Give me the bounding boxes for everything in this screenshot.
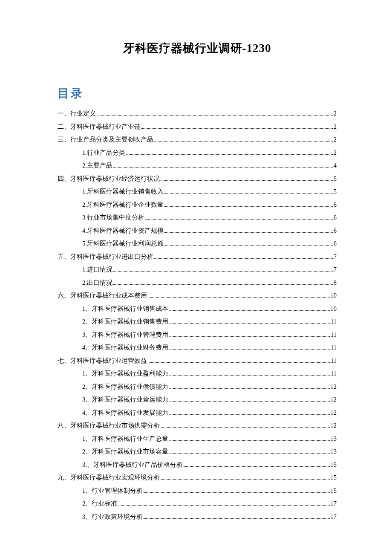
toc-entry-page: 10	[331, 292, 337, 299]
toc-entry[interactable]: 4、牙科医疗器械行业财务费用11	[58, 344, 337, 351]
toc-leader-dots	[113, 271, 333, 272]
toc-entry[interactable]: 2.牙科医疗器械行业企业数量6	[58, 202, 337, 208]
toc-entry-page: 5	[334, 188, 337, 195]
toc-entry[interactable]: 二、牙科医疗器械行业产业链2	[58, 124, 337, 130]
toc-entry-label: 2、行业标准	[82, 500, 117, 507]
toc-entry[interactable]: 五、牙科医疗器械行业进出口分析7	[58, 254, 337, 260]
toc-entry[interactable]: 2、牙科医疗器械行业市场容量13	[58, 448, 337, 455]
toc-leader-dots	[184, 466, 330, 467]
toc-entry-label: 2.主要产品	[82, 162, 112, 169]
toc-entry-page: 10	[331, 306, 337, 312]
toc-entry-page: 7	[334, 254, 337, 260]
toc-entry-page: 5	[334, 176, 337, 182]
toc-leader-dots	[169, 336, 330, 337]
toc-entry[interactable]: 1.牙科医疗器械行业销售收入5	[58, 188, 337, 195]
toc-entry-label: 三、行业产品分类及主要创收产品	[58, 136, 153, 143]
toc-leader-dots	[169, 440, 329, 441]
toc-entry-label: 1、牙科医疗器械行业盈利能力	[82, 370, 168, 377]
toc-leader-dots	[161, 427, 330, 428]
toc-entry-page: 2	[334, 124, 337, 130]
toc-entry[interactable]: 2.出口情况8	[58, 280, 337, 286]
toc-entry-page: 6	[334, 228, 337, 234]
toc-entry-label: 2、牙科医疗器械行业偿债能力	[82, 384, 168, 390]
toc-entry[interactable]: 3.、牙科医疗器械行业产品价格分析15	[58, 462, 337, 468]
toc-leader-dots	[113, 167, 333, 168]
toc-leader-dots	[97, 115, 333, 116]
toc-entry-page: 11	[331, 358, 337, 364]
toc-entry-page: 13	[331, 436, 337, 442]
document-title: 牙科医疗器械行业调研-1230	[58, 40, 337, 56]
toc-entry-page: 15	[331, 462, 337, 468]
toc-entry[interactable]: 1.行业产品分类2	[58, 150, 337, 156]
toc-leader-dots	[169, 310, 329, 311]
toc-entry-page: 11	[331, 318, 337, 325]
toc-entry[interactable]: 九、牙科医疗器械行业宏观环境分析15	[58, 474, 337, 481]
toc-entry[interactable]: 七、牙科医疗器械行业运营效益11	[58, 358, 337, 364]
toc-entry-label: 九、牙科医疗器械行业宏观环境分析	[58, 474, 160, 481]
toc-entry[interactable]: 1、牙科医疗器械行业销售成本10	[58, 306, 337, 312]
toc-entry-label: 3、牙科医疗器械行业管理费用	[82, 332, 168, 338]
toc-entry-label: 1、行业管理体制分析	[82, 488, 143, 494]
toc-entry-page: 11	[331, 332, 337, 338]
toc-entry-page: 12	[331, 396, 337, 403]
toc-entry[interactable]: 5.牙科医疗器械行业利润总额6	[58, 240, 337, 247]
toc-leader-dots	[169, 453, 329, 454]
toc-entry[interactable]: 八、牙科医疗器械行业市场供需分析12	[58, 422, 337, 429]
toc-entry-label: 1.进口情况	[82, 266, 112, 273]
table-of-contents: 一、行业定义2二、牙科医疗器械行业产业链2三、行业产品分类及主要创收产品21.行…	[58, 110, 337, 520]
toc-entry-label: 1、牙科医疗器械行业生产总量	[82, 436, 168, 442]
toc-entry-page: 11	[331, 344, 337, 351]
toc-leader-dots	[144, 492, 329, 493]
toc-entry-page: 2	[334, 136, 337, 143]
toc-leader-dots	[161, 479, 330, 480]
toc-entry[interactable]: 3.行业市场集中度分析6	[58, 214, 337, 221]
toc-entry-label: 1.牙科医疗器械行业销售收入	[82, 188, 164, 195]
toc-entry[interactable]: 1.进口情况7	[58, 266, 337, 273]
toc-leader-dots	[164, 193, 333, 194]
toc-entry[interactable]: 3、牙科医疗器械行业管理费用11	[58, 332, 337, 338]
toc-leader-dots	[169, 323, 330, 324]
toc-entry[interactable]: 2、行业标准17	[58, 500, 337, 507]
toc-entry[interactable]: 3、行业政策环境分析17	[58, 514, 337, 520]
toc-leader-dots	[164, 206, 333, 207]
toc-entry-page: 6	[334, 202, 337, 208]
toc-entry[interactable]: 1、牙科医疗器械行业盈利能力11	[58, 370, 337, 377]
toc-entry[interactable]: 四、牙科医疗器械行业经济运行状况5	[58, 176, 337, 182]
toc-entry[interactable]: 六、牙科医疗器械行业成本费用10	[58, 292, 337, 299]
toc-entry-label: 4、牙科医疗器械行业财务费用	[82, 344, 168, 351]
toc-entry[interactable]: 4、牙科医疗器械行业发展能力12	[58, 410, 337, 416]
toc-leader-dots	[164, 232, 333, 233]
toc-leader-dots	[164, 245, 333, 246]
toc-entry[interactable]: 2.主要产品4	[58, 162, 337, 169]
toc-entry-label: 5.牙科医疗器械行业利润总额	[82, 240, 164, 247]
toc-entry-page: 17	[331, 500, 337, 507]
toc-entry-label: 八、牙科医疗器械行业市场供需分析	[58, 422, 160, 429]
toc-entry-label: 4、牙科医疗器械行业发展能力	[82, 410, 168, 416]
toc-entry-page: 11	[331, 370, 337, 377]
toc-entry[interactable]: 1、牙科医疗器械行业生产总量13	[58, 436, 337, 442]
toc-entry[interactable]: 一、行业定义2	[58, 110, 337, 117]
toc-entry[interactable]: 1、行业管理体制分析15	[58, 488, 337, 494]
toc-entry[interactable]: 三、行业产品分类及主要创收产品2	[58, 136, 337, 143]
toc-leader-dots	[169, 414, 329, 415]
toc-leader-dots	[154, 141, 333, 142]
toc-entry[interactable]: 4.牙科医疗器械行业资产规模6	[58, 228, 337, 234]
toc-leader-dots	[169, 349, 330, 350]
toc-leader-dots	[154, 258, 333, 259]
toc-entry[interactable]: 3、牙科医疗器械行业营运能力12	[58, 396, 337, 403]
toc-entry-label: 3、牙科医疗器械行业营运能力	[82, 396, 168, 403]
toc-leader-dots	[126, 154, 333, 155]
toc-leader-dots	[148, 362, 330, 363]
toc-entry-page: 12	[331, 384, 337, 390]
toc-entry[interactable]: 2、牙科医疗器械行业销售费用11	[58, 318, 337, 325]
toc-entry-label: 2.牙科医疗器械行业企业数量	[82, 202, 164, 208]
toc-entry-label: 2、牙科医疗器械行业销售费用	[82, 318, 168, 325]
toc-entry[interactable]: 2、牙科医疗器械行业偿债能力12	[58, 384, 337, 390]
toc-leader-dots	[169, 375, 330, 376]
toc-entry-page: 7	[334, 266, 337, 273]
toc-entry-page: 12	[331, 422, 337, 429]
toc-entry-label: 七、牙科医疗器械行业运营效益	[58, 358, 147, 364]
toc-entry-page: 13	[331, 448, 337, 455]
toc-leader-dots	[144, 518, 329, 519]
toc-entry-label: 五、牙科医疗器械行业进出口分析	[58, 254, 153, 260]
